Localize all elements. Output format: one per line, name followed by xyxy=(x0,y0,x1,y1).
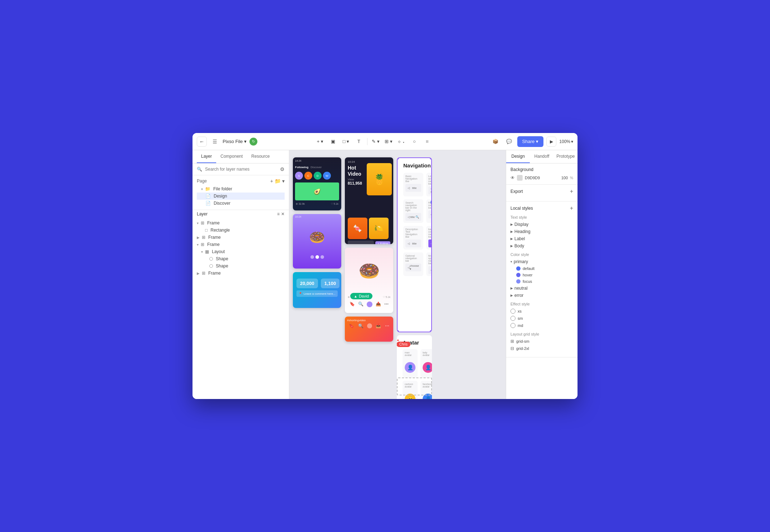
export-title: Export xyxy=(510,189,523,194)
assets-button[interactable]: 📦 xyxy=(490,136,501,147)
color-style-section: Color style ▾ primary default hover xyxy=(510,251,573,299)
page-section: Page + 📁 ▾ ▾ 📁 File folder 📄 Design xyxy=(192,175,289,210)
play-button[interactable]: ▶ xyxy=(546,137,556,147)
shape-circle-icon xyxy=(209,264,213,268)
page-discover-item[interactable]: 📄 Discover xyxy=(197,200,285,207)
layer-frame-1[interactable]: ▾ ⊞ Frame xyxy=(192,219,289,227)
tab-resource[interactable]: Resource xyxy=(247,150,274,163)
label-category[interactable]: ▶ Label xyxy=(510,235,573,242)
text-style-label: Text style xyxy=(510,214,573,221)
thumb-card-following: 14:24 Following Discover S C D W 🥑 ⊕ 32.… xyxy=(293,157,341,210)
canvas-area[interactable]: 14:24 Following Discover S C D W 🥑 ⊕ 32.… xyxy=(289,150,506,399)
effect-circle-icon xyxy=(510,323,515,328)
shape-tool-button[interactable]: □ ▾ xyxy=(341,136,351,147)
crop-tool-button[interactable]: ⌗ xyxy=(422,136,433,147)
tab-component[interactable]: Component xyxy=(216,150,247,163)
page-label: Page xyxy=(197,179,207,184)
thumb-card-counter: 20,000 1,100 📍 Leave a comment here... xyxy=(293,272,341,308)
color-dot-default xyxy=(516,266,521,271)
add-local-style-button[interactable]: + xyxy=(570,205,573,212)
circle-tool-button[interactable]: ○ xyxy=(409,136,420,147)
page-folder-button[interactable]: 📁 xyxy=(275,178,281,184)
back-button[interactable]: ← xyxy=(197,137,207,147)
layer-action-icon[interactable]: ≡ xyxy=(277,212,280,217)
layer-shape-2[interactable]: ▾ Shape xyxy=(192,262,289,270)
file-name[interactable]: Pixso File ▾ xyxy=(223,139,247,144)
left-panel: Layer Component Resource 🔍 ⚙ Page + 📁 ▾ xyxy=(192,150,289,399)
nav-card-grid: Basic Navigation Bar ◁ title Left dual a… xyxy=(403,173,426,276)
thumb-time: 14:24 xyxy=(293,157,341,164)
layer-frame-4[interactable]: ▶ ⊞ Frame xyxy=(192,270,289,277)
add-page-button[interactable]: + xyxy=(270,178,273,184)
chevron-right-icon: ▶ xyxy=(510,244,513,248)
effect-style-label: Effect style xyxy=(510,300,573,308)
tab-layer[interactable]: Layer xyxy=(197,150,216,163)
layer-frame-3[interactable]: ▾ ⊞ Frame xyxy=(192,241,289,248)
search-icon: 🔍 xyxy=(197,167,202,172)
frame-icon: ⊞ xyxy=(201,220,204,225)
tab-design[interactable]: Design xyxy=(506,150,530,163)
effect-circle-icon xyxy=(510,316,515,321)
page-expand-button[interactable]: ▾ xyxy=(282,178,285,184)
color-style-label: Color style xyxy=(510,251,573,258)
heading-category[interactable]: ▶ Heading xyxy=(510,228,573,235)
toolbar: + ▾ ▣ □ ▾ T ✎ ▾ ⊞ ▾ ⟐ ▾ ○ ⌗ xyxy=(260,136,487,147)
avatar-card-man: man avatar 👤 xyxy=(403,349,418,378)
thumb-avatars: S C D W xyxy=(293,170,341,181)
error-category[interactable]: ▶ error xyxy=(510,292,573,299)
color-default: default xyxy=(510,265,573,272)
titlebar-right: 📦 💬 Share ▾ ▶ 100% ▾ xyxy=(490,136,573,147)
nav-card-8: background color navigation bar ◁ title xyxy=(426,226,432,250)
component-tool-button[interactable]: ⊞ ▾ xyxy=(383,136,394,147)
layer-rectangle[interactable]: ▾ □ Rectangle xyxy=(192,227,289,234)
layer-tree: ▾ ⊞ Frame ▾ □ Rectangle ▶ ⊞ Frame ▾ ⊞ xyxy=(192,218,289,399)
layer-frame-2[interactable]: ▶ ⊞ Frame xyxy=(192,234,289,241)
nav-card-1: Basic Navigation Bar ◁ title xyxy=(403,173,423,196)
search-input[interactable] xyxy=(205,167,277,172)
frame-tool-button[interactable]: ▣ xyxy=(328,136,338,147)
comment-button[interactable]: 💬 xyxy=(504,136,514,147)
color-swatch[interactable] xyxy=(517,175,523,181)
zoom-control[interactable]: 100% ▾ xyxy=(559,139,573,144)
visibility-icon[interactable]: 👁 xyxy=(510,175,515,180)
effect-md: md xyxy=(510,322,573,329)
chevron-down-icon: ▾ xyxy=(201,250,203,254)
layout-grid-label: Layout grid style xyxy=(510,331,573,338)
thumbnail-column-1: 14:24 Following Discover S C D W 🥑 ⊕ 32.… xyxy=(293,157,341,308)
page-folder-item[interactable]: ▾ 📁 File folder xyxy=(197,185,285,193)
share-button[interactable]: Share ▾ xyxy=(517,136,544,147)
layer-expand-icon[interactable]: ✕ xyxy=(281,212,285,217)
page-design-item[interactable]: 📄 Design xyxy=(197,193,285,200)
layer-layout[interactable]: ▾ ▦ Layout xyxy=(192,248,289,255)
neutral-category[interactable]: ▶ neutral xyxy=(510,285,573,292)
transform-tool-button[interactable]: ⟐ ▾ xyxy=(396,136,407,147)
body-category[interactable]: ▶ Body xyxy=(510,242,573,250)
rect-icon: □ xyxy=(205,228,208,233)
pen-tool-button[interactable]: ✎ ▾ xyxy=(370,136,381,147)
right-panel: Design Handoff Prototype Background 👁 D9… xyxy=(506,150,578,399)
layer-shape-1[interactable]: ▾ Shape xyxy=(192,255,289,262)
right-panel-tabs: Design Handoff Prototype xyxy=(506,150,578,163)
chevron-right-icon: ▶ xyxy=(510,230,513,233)
add-export-button[interactable]: + xyxy=(570,188,573,195)
navigation-panel: Navigation Basic Navigation Bar ◁ title xyxy=(397,157,432,332)
effect-style-section: Effect style xs sm md xyxy=(510,300,573,329)
tab-prototype[interactable]: Prototype xyxy=(554,150,578,163)
filter-icon[interactable]: ⚙ xyxy=(280,166,285,172)
tab-handoff[interactable]: Handoff xyxy=(530,150,553,163)
color-value[interactable]: D9D9D9 xyxy=(525,176,559,180)
add-tool-button[interactable]: + ▾ xyxy=(315,136,325,147)
text-tool-button[interactable]: T xyxy=(353,136,364,147)
layer-actions: ≡ ✕ xyxy=(277,212,285,217)
chevron-right-icon: ▶ xyxy=(510,294,513,297)
cloud-sync-icon: ↻ xyxy=(249,138,257,146)
menu-button[interactable]: ☰ xyxy=(210,137,220,147)
thumb-card-hot-video: 10:24 HotVideo View 811,958 🍍 🍬 🍋 xyxy=(345,157,393,244)
chevron-icon: ▾ xyxy=(197,221,199,225)
shape-circle-icon xyxy=(209,257,213,261)
primary-category[interactable]: ▾ primary xyxy=(510,258,573,265)
display-category[interactable]: ▶ Display xyxy=(510,221,573,228)
page-icon: 📄 xyxy=(205,201,211,206)
thumb-tabs: Following Discover xyxy=(293,164,341,170)
opacity-value[interactable]: 100 xyxy=(561,176,568,180)
